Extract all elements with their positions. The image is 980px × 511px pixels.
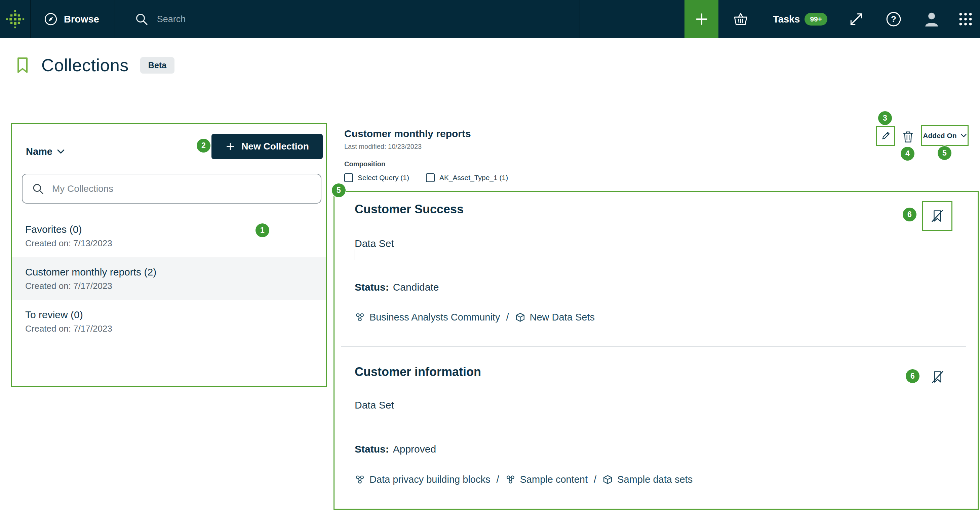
- asset-breadcrumb: Business Analysts Community / New Data S…: [355, 310, 595, 324]
- browse-button[interactable]: Browse: [31, 0, 115, 38]
- collection-detail-title: Customer monthly reports: [344, 128, 508, 140]
- collections-bookmark-icon: [15, 56, 30, 74]
- breadcrumb-separator: /: [594, 472, 597, 486]
- new-collection-label: New Collection: [242, 141, 309, 152]
- community-icon: [355, 312, 365, 322]
- status-value: Approved: [393, 443, 436, 456]
- plus-icon: [694, 11, 710, 27]
- filter-label: AK_Asset_Type_1 (1): [439, 174, 508, 182]
- navbar-actions: Tasks 99+ ?: [684, 0, 980, 38]
- tasks-label: Tasks: [773, 14, 800, 25]
- annotation-marker-6-first: 6: [903, 208, 916, 221]
- breadcrumb-link[interactable]: Business Analysts Community: [369, 310, 500, 324]
- pencil-icon: [880, 130, 891, 142]
- asset-type: Data Set: [355, 398, 394, 412]
- apps-grid-button[interactable]: [958, 11, 973, 27]
- global-search-placeholder: Search: [157, 14, 186, 25]
- annotation-marker-6-second: 6: [906, 369, 920, 383]
- chevron-down-icon: [961, 134, 967, 137]
- waffle-icon: [958, 11, 973, 27]
- trash-icon: [902, 130, 914, 143]
- asset-breadcrumb: Data privacy building blocks / Sample co…: [355, 472, 692, 486]
- page-header: Collections Beta: [15, 55, 175, 75]
- logo-icon: [5, 9, 25, 30]
- page-title: Collections: [41, 55, 129, 75]
- global-search-input[interactable]: Search: [115, 0, 580, 38]
- card-divider: [341, 346, 966, 347]
- breadcrumb-separator: /: [496, 472, 499, 486]
- switch-app-button[interactable]: [848, 11, 865, 27]
- breadcrumb-link[interactable]: New Data Sets: [530, 310, 595, 324]
- collections-page: Browse Search Tasks 99+: [0, 0, 980, 511]
- annotation-marker-1: 1: [256, 224, 269, 237]
- basket-icon: [733, 12, 748, 27]
- sort-label: Name: [26, 146, 52, 157]
- swap-arrows-icon: [848, 11, 864, 27]
- svg-text:?: ?: [891, 14, 896, 24]
- collection-detail-header: Customer monthly reports Last modified: …: [344, 128, 508, 182]
- collection-assets-panel: Customer Success Data Set Status: Candid…: [334, 191, 978, 509]
- breadcrumb-link[interactable]: Sample data sets: [617, 472, 692, 486]
- top-navbar: Browse Search Tasks 99+: [0, 0, 980, 38]
- asset-title[interactable]: Customer information: [355, 365, 481, 379]
- community-icon: [505, 474, 516, 485]
- collection-list-item-to-review[interactable]: To review (0) Created on: 7/17/2023: [12, 300, 326, 343]
- delete-collection-button[interactable]: [901, 130, 915, 143]
- bookmark-remove-icon: [929, 208, 945, 224]
- community-icon: [355, 474, 365, 485]
- collections-panel: Name New Collection Favorites (0) Create…: [11, 123, 327, 387]
- last-modified-text: Last modified: 10/23/2023: [344, 143, 508, 151]
- search-icon: [135, 13, 148, 26]
- domain-icon: [603, 474, 613, 485]
- plus-icon: [225, 141, 235, 152]
- sort-added-on-dropdown[interactable]: Added On: [921, 125, 969, 146]
- text-cursor: [354, 249, 354, 260]
- annotation-marker-2: 2: [197, 139, 210, 152]
- collection-list: Favorites (0) Created on: 7/13/2023 Cust…: [12, 215, 326, 343]
- edit-collection-button[interactable]: [876, 126, 895, 146]
- filter-label: Select Query (1): [358, 174, 409, 182]
- annotation-marker-5-box: 5: [332, 183, 345, 197]
- help-button[interactable]: ?: [885, 11, 902, 27]
- asset-type: Data Set: [355, 237, 394, 250]
- beta-badge: Beta: [140, 57, 175, 74]
- asset-status-row: Status: Candidate: [355, 281, 439, 294]
- checkbox-select-query[interactable]: [344, 173, 353, 182]
- collection-name: Favorites (0): [25, 223, 313, 236]
- asset-status-row: Status: Approved: [355, 443, 436, 456]
- remove-from-collection-button[interactable]: [929, 368, 946, 386]
- tasks-button[interactable]: Tasks 99+: [773, 13, 827, 25]
- collections-search: [22, 174, 321, 203]
- filter-select-query[interactable]: Select Query (1): [344, 173, 409, 182]
- browse-label: Browse: [64, 14, 99, 25]
- collection-name: Customer monthly reports (2): [25, 266, 313, 279]
- collection-list-item-favorites[interactable]: Favorites (0) Created on: 7/13/2023: [12, 215, 326, 257]
- tasks-count-badge: 99+: [805, 13, 827, 25]
- sort-added-on-label: Added On: [923, 132, 956, 140]
- new-collection-button[interactable]: New Collection: [212, 134, 323, 159]
- status-value: Candidate: [393, 281, 439, 294]
- compass-icon: [44, 12, 58, 26]
- collection-created-date: Created on: 7/13/2023: [25, 238, 313, 249]
- asset-title[interactable]: Customer Success: [355, 202, 464, 217]
- chevron-down-icon: [57, 149, 65, 154]
- app-logo[interactable]: [0, 0, 31, 38]
- help-icon: ?: [886, 11, 902, 27]
- collection-created-date: Created on: 7/17/2023: [25, 323, 313, 334]
- filter-ak-asset-type[interactable]: AK_Asset_Type_1 (1): [426, 173, 508, 182]
- breadcrumb-link[interactable]: Data privacy building blocks: [369, 472, 490, 486]
- collection-name: To review (0): [25, 308, 313, 321]
- remove-from-collection-button[interactable]: [922, 201, 953, 231]
- collection-list-item-customer-monthly-reports[interactable]: Customer monthly reports (2) Created on:…: [12, 257, 326, 300]
- composition-label: Composition: [344, 160, 508, 168]
- profile-button[interactable]: [922, 10, 941, 28]
- create-button[interactable]: [684, 0, 718, 38]
- breadcrumb-link[interactable]: Sample content: [520, 472, 588, 486]
- annotation-marker-3: 3: [878, 111, 892, 125]
- search-icon: [32, 183, 44, 195]
- status-label: Status:: [355, 443, 389, 456]
- collections-search-input[interactable]: [51, 183, 311, 195]
- sort-by-name-dropdown[interactable]: Name: [26, 141, 65, 162]
- checkbox-ak-asset-type[interactable]: [426, 173, 435, 182]
- data-basket-button[interactable]: [732, 12, 749, 27]
